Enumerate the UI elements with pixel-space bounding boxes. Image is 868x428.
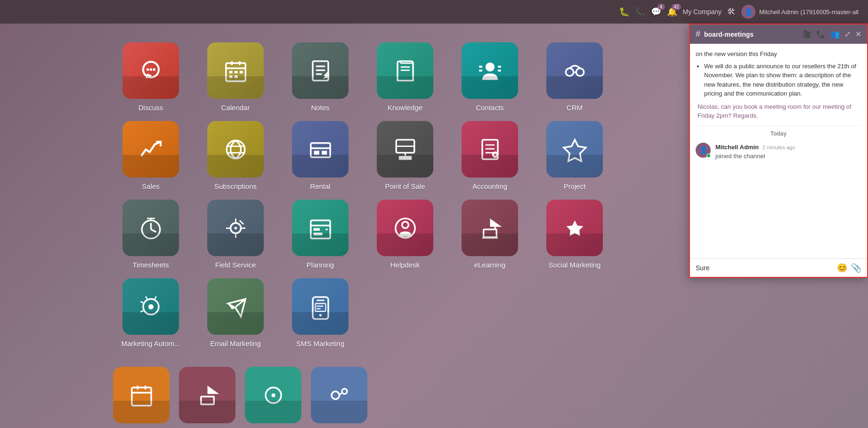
- close-icon[interactable]: ✕: [855, 30, 861, 39]
- app-icon-marketingauto: [122, 278, 179, 335]
- app-item-emailmarketing[interactable]: Email Marketing: [198, 278, 273, 347]
- tools-icon[interactable]: 🛠: [727, 7, 736, 17]
- app-item-calendar[interactable]: Calendar: [198, 42, 273, 112]
- svg-marker-64: [490, 218, 502, 226]
- message-text: joined the channel: [715, 152, 861, 161]
- app-label-contacts: Contacts: [476, 104, 503, 112]
- app-icon-timesheets: [122, 200, 179, 256]
- app-icon-socialmarketing: [546, 200, 603, 256]
- svg-point-63: [402, 221, 408, 228]
- app-icon-elearning: [462, 200, 518, 256]
- svg-rect-10: [239, 71, 243, 73]
- app-icon-calendar: [207, 42, 264, 99]
- app-item-crm[interactable]: CRM: [537, 42, 612, 112]
- app-label-accounting: Accounting: [472, 182, 507, 190]
- app-item-planning[interactable]: Planning: [283, 200, 358, 269]
- app-label-rental: Rental: [310, 182, 330, 190]
- svg-rect-31: [310, 143, 330, 157]
- app-label-notes: Notes: [311, 104, 329, 112]
- svg-rect-65: [483, 229, 496, 237]
- svg-point-69: [148, 304, 154, 309]
- app-icon-contacts: [462, 42, 518, 99]
- app-label-smsmarketing: SMS Marketing: [296, 339, 345, 347]
- svg-rect-60: [313, 233, 322, 235]
- hash-icon: #: [696, 29, 700, 39]
- svg-rect-9: [234, 71, 237, 73]
- app-item-socialmarketing[interactable]: Social Marketing: [537, 200, 612, 269]
- chat-panel: # board-meetings 🎥 📞 👥 ⤢ ✕ on the new ve…: [689, 24, 868, 278]
- bottom-app-icon-0: [113, 367, 170, 423]
- svg-point-1: [146, 68, 149, 71]
- app-item-rental[interactable]: Rental: [283, 121, 358, 190]
- chat-messages: on the new version this Friday We will d…: [690, 44, 867, 258]
- app-icon-sales: [122, 121, 179, 178]
- app-item-accounting[interactable]: Accounting: [452, 121, 527, 190]
- chat-title: board-meetings: [704, 31, 798, 38]
- app-label-discuss: Discuss: [138, 104, 163, 112]
- chat-header-icons: 🎥 📞 👥 ⤢ ✕: [802, 30, 861, 39]
- app-icon-discuss: [122, 42, 179, 99]
- svg-rect-23: [479, 69, 482, 71]
- chat-bullet-1: We will do a public announce to our rese…: [704, 62, 861, 98]
- app-icon-subscriptions: [207, 121, 264, 178]
- app-item-subscriptions[interactable]: Subscriptions: [198, 121, 273, 190]
- svg-marker-72: [228, 303, 236, 309]
- svg-point-27: [576, 68, 584, 76]
- app-item-notes[interactable]: Notes: [283, 42, 358, 112]
- user-menu[interactable]: 👤 Mitchell Admin (17916005-master-all: [741, 5, 859, 19]
- app-label-helpdesk: Helpdesk: [390, 261, 420, 269]
- activity-icon[interactable]: 🔔 42: [667, 7, 677, 17]
- attachment-icon[interactable]: 📎: [851, 263, 861, 273]
- svg-rect-24: [498, 65, 501, 67]
- svg-point-2: [149, 68, 152, 71]
- svg-rect-59: [313, 228, 320, 231]
- bottom-app-icon-2: [245, 367, 301, 423]
- chat-input[interactable]: [696, 264, 833, 272]
- emoji-icon[interactable]: 😊: [837, 263, 847, 273]
- chat-message-prev: on the new version this Friday: [696, 49, 861, 59]
- today-divider: Today: [696, 125, 861, 138]
- phone-icon[interactable]: 📞: [635, 7, 645, 17]
- expand-icon[interactable]: ⤢: [844, 30, 851, 39]
- app-label-calendar: Calendar: [221, 104, 250, 112]
- svg-point-28: [227, 140, 245, 159]
- app-item-knowledge[interactable]: Knowledge: [367, 42, 443, 112]
- phone-call-icon[interactable]: 📞: [816, 30, 826, 39]
- app-item-fieldservice[interactable]: Field Service: [198, 200, 273, 269]
- app-label-knowledge: Knowledge: [388, 104, 422, 112]
- video-icon[interactable]: 🎥: [802, 30, 811, 39]
- svg-line-48: [151, 229, 156, 232]
- app-item-smsmarketing[interactable]: SMS Marketing: [283, 278, 358, 347]
- user-name-label: Mitchell Admin (17916005-master-all: [759, 8, 859, 16]
- app-item-sales[interactable]: Sales: [113, 121, 188, 190]
- members-icon[interactable]: 👥: [830, 30, 840, 39]
- chat-badge: 4: [657, 4, 665, 10]
- app-item-marketingauto[interactable]: Marketing Autom...: [113, 278, 188, 347]
- bottom-app-3[interactable]: [311, 367, 367, 423]
- app-icon-accounting: [462, 121, 518, 178]
- bottom-app-1[interactable]: [179, 367, 235, 423]
- app-item-timesheets[interactable]: Timesheets: [113, 200, 188, 269]
- app-item-pos[interactable]: Point of Sale: [367, 121, 443, 190]
- svg-point-3: [153, 68, 155, 71]
- svg-point-21: [485, 62, 494, 71]
- bug-icon[interactable]: 🐛: [619, 7, 629, 17]
- navbar-icons: 🐛 📞 💬 4 🔔 42 My Company 🛠 👤 Mitchell Adm…: [619, 5, 859, 19]
- app-label-socialmarketing: Social Marketing: [549, 261, 601, 269]
- app-icon-knowledge: [377, 42, 433, 99]
- svg-point-78: [319, 314, 322, 316]
- app-item-discuss[interactable]: Discuss: [113, 42, 188, 112]
- company-selector[interactable]: My Company: [683, 8, 722, 16]
- app-item-elearning[interactable]: eLearning: [452, 200, 527, 269]
- app-item-helpdesk[interactable]: Helpdesk: [367, 200, 443, 269]
- bottom-app-icon-1: [179, 367, 235, 423]
- bottom-app-0[interactable]: [113, 367, 170, 423]
- chat-icon[interactable]: 💬 4: [651, 7, 661, 17]
- app-label-timesheets: Timesheets: [133, 261, 169, 269]
- app-label-sales: Sales: [142, 182, 160, 190]
- bottom-app-2[interactable]: [245, 367, 301, 423]
- chat-header: # board-meetings 🎥 📞 👥 ⤢ ✕: [690, 24, 867, 44]
- app-item-project[interactable]: Project: [537, 121, 612, 190]
- app-item-contacts[interactable]: Contacts: [452, 42, 527, 112]
- user-avatar: 👤: [741, 5, 755, 19]
